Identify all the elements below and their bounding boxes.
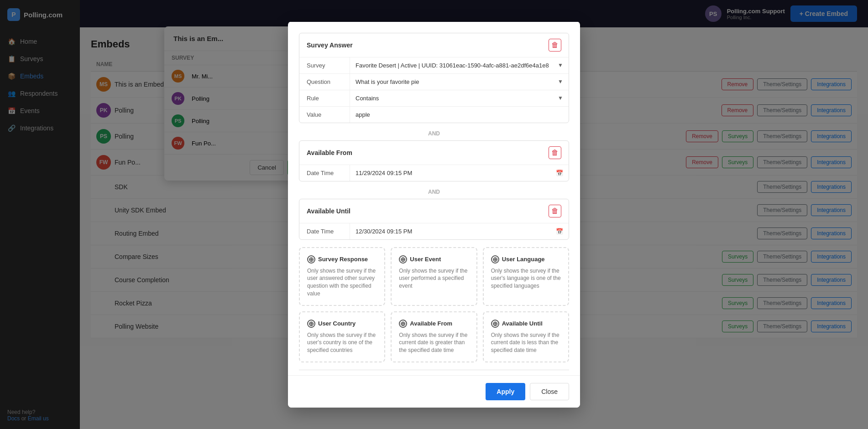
delete-button[interactable]: 🗑 [549,146,561,159]
field-label: Date Time [299,223,350,239]
condition-card-title: ⊕ Available Until [491,319,543,327]
available-from-card: Available From 🗑 Date Time 11/29/2024 09… [299,140,569,181]
section-title: Available Until [307,207,350,214]
condition-cards-grid: ⊕ Survey Response Only shows the survey … [299,247,569,362]
value-input[interactable] [356,111,563,118]
survey-answer-card: Survey Answer 🗑 Survey Favorite Desert |… [299,32,569,123]
condition-card-user-country[interactable]: ⊕ User Country Only shows the survey if … [299,311,385,362]
condition-card-desc: Only shows the survey if the user perfor… [399,267,469,289]
add-icon: ⊕ [399,255,407,263]
section-header: Available Until 🗑 [299,199,569,222]
section-header: Survey Answer 🗑 [299,33,569,57]
chevron-down-icon: ▼ [558,78,563,85]
field-label: Survey [299,57,350,73]
condition-card-available-until[interactable]: ⊕ Available Until Only shows the survey … [483,311,569,362]
chevron-down-icon: ▼ [558,62,563,68]
apply-button[interactable]: Apply [486,383,525,400]
delete-button[interactable]: 🗑 [549,38,561,51]
datetime-field-row: Date Time 12/30/2024 09:15 PM 📅 [299,222,569,239]
field-value[interactable] [350,106,569,122]
condition-card-title: ⊕ Survey Response [307,255,368,263]
divider [299,370,569,370]
add-icon: ⊕ [491,255,499,263]
add-icon: ⊕ [491,319,499,327]
field-value[interactable]: 12/30/2024 09:15 PM 📅 [350,223,569,239]
condition-card-title: ⊕ User Country [307,319,356,327]
question-field-row: Question What is your favorite pie ▼ [299,73,569,89]
condition-card-user-language[interactable]: ⊕ User Language Only shows the survey if… [483,247,569,305]
field-label: Rule [299,90,350,106]
date-value: 11/29/2024 09:15 PM [356,169,412,176]
add-icon: ⊕ [399,319,407,327]
condition-card-survey-response[interactable]: ⊕ Survey Response Only shows the survey … [299,247,385,305]
datetime-field-row: Date Time 11/29/2024 09:15 PM 📅 [299,164,569,181]
chevron-down-icon: ▼ [558,95,563,101]
modal-overlay: Survey Answer 🗑 Survey Favorite Desert |… [0,0,868,429]
condition-card-title: ⊕ User Event [399,255,441,263]
delete-button[interactable]: 🗑 [549,204,561,217]
calendar-icon: 📅 [556,227,563,234]
date-value: 12/30/2024 09:15 PM [356,227,412,234]
field-value[interactable]: Favorite Desert | Active | UUID: 31061ea… [350,57,569,73]
add-icon: ⊕ [307,319,315,327]
conditions-modal: Survey Answer 🗑 Survey Favorite Desert |… [288,21,580,408]
close-button[interactable]: Close [530,383,569,400]
condition-card-desc: Only shows the survey if the user's coun… [307,331,377,354]
rule-field-row: Rule Contains ▼ [299,89,569,106]
survey-field-row: Survey Favorite Desert | Active | UUID: … [299,57,569,73]
field-value[interactable]: What is your favorite pie ▼ [350,73,569,89]
section-title: Survey Answer [307,41,353,48]
survey-value: Favorite Desert | Active | UUID: 31061ea… [356,62,549,68]
section-title: Available From [307,149,352,156]
condition-card-desc: Only shows the survey if the current dat… [399,331,469,354]
calendar-icon: 📅 [556,169,563,176]
field-value[interactable]: 11/29/2024 09:15 PM 📅 [350,165,569,181]
and-divider-2: AND [299,185,569,198]
value-field-row: Value [299,106,569,122]
condition-card-user-event[interactable]: ⊕ User Event Only shows the survey if th… [391,247,477,305]
field-label: Value [299,106,350,122]
field-value[interactable]: Contains ▼ [350,90,569,106]
question-value: What is your favorite pie [356,78,419,85]
condition-card-title: ⊕ User Language [491,255,545,263]
condition-card-desc: Only shows the survey if the user's lang… [491,267,561,289]
condition-card-title: ⊕ Available From [399,319,452,327]
field-label: Question [299,73,350,89]
and-divider-1: AND [299,126,569,140]
condition-card-desc: Only shows the survey if the current dat… [491,331,561,354]
rule-value: Contains [356,94,379,101]
field-label: Date Time [299,165,350,181]
modal-footer: Apply Close [288,375,580,408]
available-until-card: Available Until 🗑 Date Time 12/30/2024 0… [299,198,569,239]
condition-card-available-from[interactable]: ⊕ Available From Only shows the survey i… [391,311,477,362]
section-header: Available From 🗑 [299,140,569,164]
add-icon: ⊕ [307,255,315,263]
condition-card-desc: Only shows the survey if the user answer… [307,267,377,297]
